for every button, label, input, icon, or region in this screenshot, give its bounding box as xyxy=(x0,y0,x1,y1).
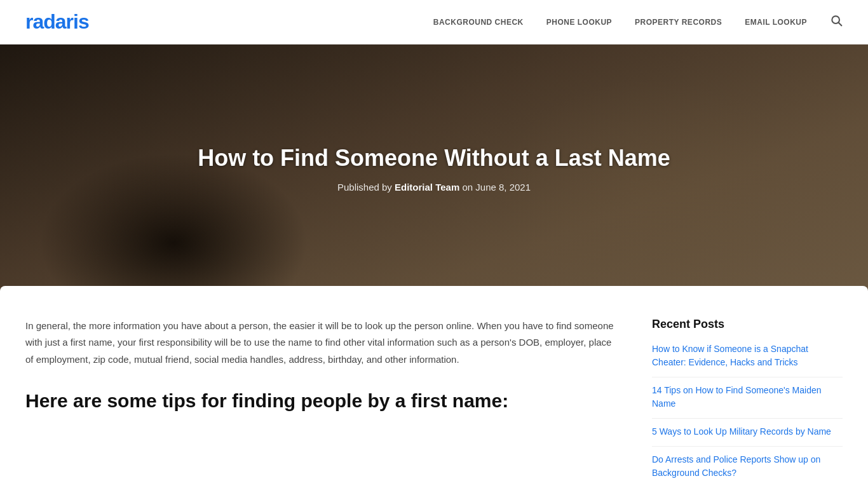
sidebar-title: Recent Posts xyxy=(652,318,843,331)
list-item: 14 Tips on How to Find Someone's Maiden … xyxy=(652,384,843,410)
sidebar-divider xyxy=(652,377,843,377)
published-prefix: Published by xyxy=(337,182,395,193)
sidebar: Recent Posts How to Know if Someone is a… xyxy=(652,318,843,487)
published-suffix: on June 8, 2021 xyxy=(459,182,531,193)
sidebar-divider xyxy=(652,418,843,419)
post-link-4[interactable]: Do Arrests and Police Reports Show up on… xyxy=(652,454,820,478)
list-item: How to Know if Someone is a Snapchat Che… xyxy=(652,342,843,369)
article-body: In general, the more information you hav… xyxy=(25,318,652,487)
article-title: How to Find Someone Without a Last Name xyxy=(198,145,670,172)
main-nav: BACKGROUND CHECK PHONE LOOKUP PROPERTY R… xyxy=(433,14,843,30)
hero-content: How to Find Someone Without a Last Name … xyxy=(185,145,683,193)
nav-phone-lookup[interactable]: PHONE LOOKUP xyxy=(546,18,612,27)
hero-section: How to Find Someone Without a Last Name … xyxy=(0,44,868,292)
post-link-3[interactable]: 5 Ways to Look Up Military Records by Na… xyxy=(652,426,831,437)
svg-line-1 xyxy=(839,23,842,26)
main-wrapper: In general, the more information you hav… xyxy=(0,286,868,488)
nav-property-records[interactable]: PROPERTY RECORDS xyxy=(635,18,722,27)
nav-background-check[interactable]: BACKGROUND CHECK xyxy=(433,18,524,27)
post-link-1[interactable]: How to Know if Someone is a Snapchat Che… xyxy=(652,344,808,367)
author-name: Editorial Team xyxy=(395,182,459,193)
search-icon[interactable] xyxy=(830,14,843,30)
post-link-2[interactable]: 14 Tips on How to Find Someone's Maiden … xyxy=(652,385,822,409)
article-meta: Published by Editorial Team on June 8, 2… xyxy=(198,182,670,193)
recent-posts-list: How to Know if Someone is a Snapchat Che… xyxy=(652,342,843,480)
list-item: 5 Ways to Look Up Military Records by Na… xyxy=(652,425,843,438)
site-logo[interactable]: radaris xyxy=(25,10,89,34)
list-item: Do Arrests and Police Reports Show up on… xyxy=(652,453,843,480)
article-intro: In general, the more information you hav… xyxy=(25,318,614,368)
nav-email-lookup[interactable]: EMAIL LOOKUP xyxy=(745,18,807,27)
sidebar-divider xyxy=(652,446,843,447)
article-subheading: Here are some tips for finding people by… xyxy=(25,388,614,413)
site-header: radaris BACKGROUND CHECK PHONE LOOKUP PR… xyxy=(0,0,868,44)
